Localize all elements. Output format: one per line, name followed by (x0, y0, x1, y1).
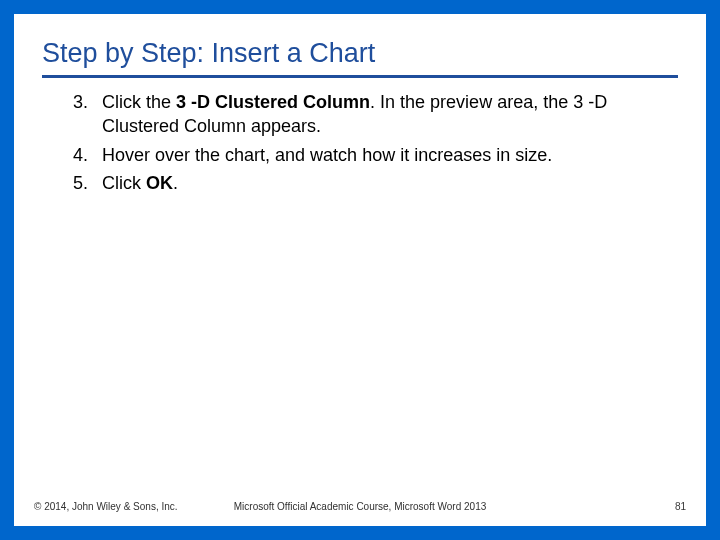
step-text: Hover over the chart, and watch how it i… (102, 143, 678, 167)
slide-footer: © 2014, John Wiley & Sons, Inc. Microsof… (34, 501, 686, 512)
list-item: 4. Hover over the chart, and watch how i… (70, 143, 678, 167)
copyright-text: © 2014, John Wiley & Sons, Inc. (34, 501, 178, 512)
list-item: 5. Click OK. (70, 171, 678, 195)
step-number: 4. (70, 143, 102, 167)
step-number: 5. (70, 171, 102, 195)
list-item: 3. Click the 3 -D Clustered Column. In t… (70, 90, 678, 139)
slide: Step by Step: Insert a Chart 3. Click th… (14, 14, 706, 526)
page-number: 81 (675, 501, 686, 512)
step-text: Click OK. (102, 171, 678, 195)
slide-title: Step by Step: Insert a Chart (42, 38, 678, 78)
step-list: 3. Click the 3 -D Clustered Column. In t… (42, 90, 678, 195)
step-number: 3. (70, 90, 102, 139)
step-text: Click the 3 -D Clustered Column. In the … (102, 90, 678, 139)
